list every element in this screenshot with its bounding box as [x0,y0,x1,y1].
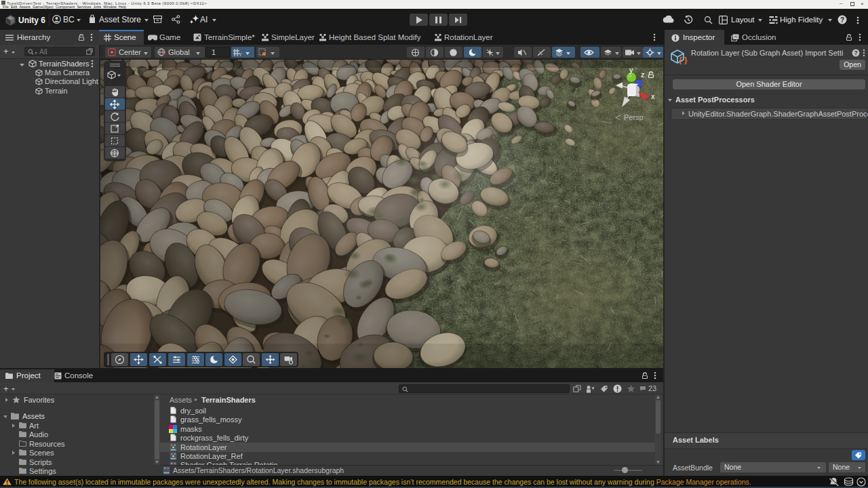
svg-text:?: ? [840,16,844,24]
svg-text:z: z [641,70,645,79]
svg-text:?: ? [854,49,857,56]
svg-text:{}: {} [678,56,688,64]
svg-text:Y: Y [239,52,242,57]
svg-text:y: y [629,66,633,74]
svg-text:x: x [651,92,655,100]
